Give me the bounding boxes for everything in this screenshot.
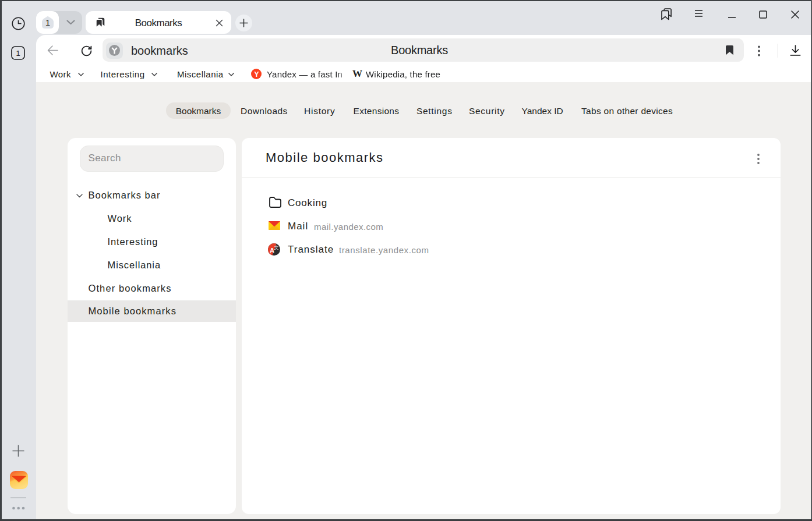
svg-text:1: 1 (16, 49, 20, 58)
svg-text:Y: Y (254, 70, 259, 79)
svg-text:1: 1 (45, 18, 50, 27)
svg-text:文: 文 (274, 245, 279, 250)
